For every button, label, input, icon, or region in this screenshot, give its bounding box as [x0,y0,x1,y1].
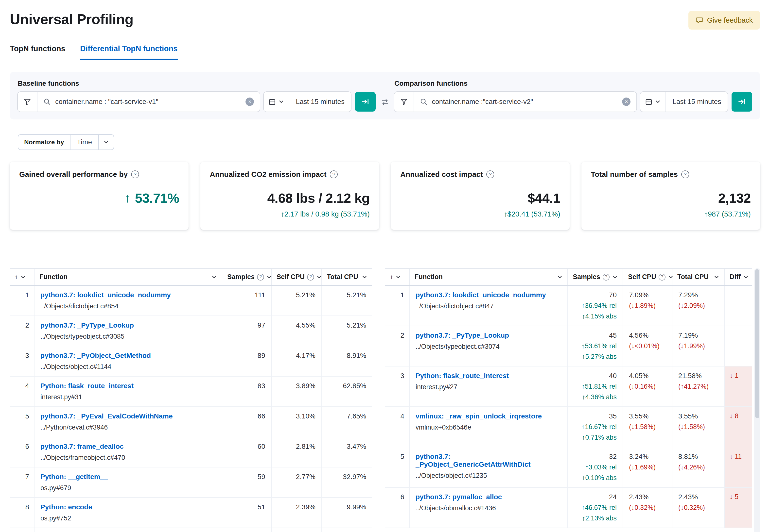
total-cpu-value: 8.81% [678,453,718,461]
question-in-circle-icon[interactable]: ? [330,170,338,178]
page-title: Universal Profiling [10,11,133,27]
function-link[interactable]: python3.7: pymalloc_alloc [416,493,502,501]
chevron-down-icon [714,274,719,280]
function-cell: python3.7: _PyType_Lookup ../Objects/typ… [410,326,568,366]
scrollbar-thumb[interactable] [755,269,759,418]
function-link[interactable]: Python: flask_route_interest [416,372,509,380]
table-row: 4 Python: flask_route_interest interest.… [10,377,372,407]
table-row: 8 Python: encode os.py#752 51 2.39% 9.99… [10,498,372,528]
clear-query-button[interactable]: × [245,98,254,106]
total-cpu-cell: 5.21% [322,316,372,346]
arrow-down-icon: ↓ [730,412,733,420]
function-link[interactable]: Python: __getitem__ [40,473,108,481]
chevron-down-icon [743,274,749,280]
table-row: 5 python3.7: _PyObject_GenericGetAttrWit… [385,447,752,488]
arrow-to-bar-icon [361,98,369,106]
tab-differential-topn-functions[interactable]: Differential TopN functions [80,44,178,60]
date-quick-select-button[interactable] [264,92,289,112]
question-in-circle-icon: ? [659,274,666,281]
function-cell: python3.7: lookdict_unicode_nodummy ../O… [410,286,568,326]
self-cpu-cell: 2.43% (↓0.32%) [623,488,672,528]
date-quick-select-button[interactable] [640,92,666,112]
function-link[interactable]: Python: encode [40,503,92,511]
clear-query-button[interactable]: × [622,98,631,106]
function-link[interactable]: python3.7: _PyType_Lookup [40,321,134,329]
rank-column-header[interactable]: ↑ [385,269,410,285]
self-cpu-delta: (↓0.16%) [629,383,666,390]
card-cost-impact: Annualized cost impact ? $44.1 ↑$20.41 (… [391,162,570,230]
comparison-apply-button[interactable] [732,92,752,112]
samples-cell: 83 [222,377,272,406]
self-cpu-cell: 4.17% [272,346,322,376]
rank-cell: 2 [10,316,34,346]
function-link[interactable]: python3.7: frame_dealloc [40,443,124,450]
baseline-time-range-button[interactable]: Last 15 minutes [289,92,351,112]
tab-bar: TopN functions Differential TopN functio… [10,44,760,60]
filters-panel: Baseline functions container.name : "car… [10,72,760,119]
function-link[interactable]: python3.7: lookdict_unicode_nodummy [40,291,171,299]
total-cpu-cell: 9.99% [322,498,372,528]
function-link[interactable]: python3.7: _PyType_Lookup [416,332,509,339]
comparison-time-range-button[interactable]: Last 15 minutes [666,92,728,112]
self-cpu-value: 7.09% [629,291,666,299]
swap-comparison-icon[interactable] [379,98,391,106]
rank-column-header[interactable]: ↑ [10,269,34,285]
give-feedback-button[interactable]: Give feedback [688,11,760,30]
function-link[interactable]: python3.7: _PyEval_EvalCodeWithName [40,412,173,420]
filter-button[interactable] [395,92,414,112]
function-source: ../Objects/object.c#1235 [416,472,562,480]
samples-cell: 40 ↑51.81% rel ↑4.36% abs [568,366,623,406]
total-samples-value: 2,132 [591,190,751,206]
diff-column-header[interactable]: Diff [725,269,752,285]
baseline-filter-group: Baseline functions container.name : "car… [18,80,375,112]
normalize-by-control[interactable]: Normalize by Time [18,134,114,150]
baseline-search-unit: container.name : "cart-service-v1" × [18,92,260,112]
function-cell: python3.7: _PyObject_GetMethod ../Object… [34,346,222,376]
question-in-circle-icon[interactable]: ? [486,170,494,178]
filter-button[interactable] [18,92,37,112]
card-title: Total number of samples [591,170,678,179]
function-link[interactable]: python3.7: _PyObject_GetMethod [40,352,151,359]
co2-impact-value: 4.68 lbs / 2.12 kg [210,190,370,206]
function-source: ../Python/ceval.c#3946 [40,424,216,431]
function-column-header[interactable]: Function [34,269,222,285]
self-cpu-column-header[interactable]: Self CPU ? [623,269,672,285]
baseline-query-input[interactable]: container.name : "cart-service-v1" × [37,92,260,112]
samples-column-header[interactable]: Samples ? [222,269,272,285]
samples-absolute-change: ↑2.13% abs [574,515,617,522]
comparison-query-input[interactable]: container.name :"cart-service-v2" × [414,92,636,112]
baseline-apply-button[interactable] [355,92,375,112]
chevron-down-icon [396,274,401,280]
normalize-by-value[interactable]: Time [70,135,99,150]
function-source: ../Objects/dictobject.c#847 [416,302,562,310]
samples-cell: 70 ↑36.94% rel ↑4.15% abs [568,286,623,326]
total-samples-delta: ↑987 (53.71%) [591,210,751,218]
chevron-down-icon[interactable] [99,135,114,150]
vertical-scrollbar[interactable] [754,268,760,532]
function-cell: Python: encode os.py#752 [34,498,222,528]
self-cpu-cell: 2.81% [272,437,322,467]
function-link[interactable]: Python: flask_route_interest [40,382,134,390]
function-link[interactable]: vmlinux: _raw_spin_unlock_irqrestore [416,412,542,420]
rank-cell: 1 [385,286,410,326]
tab-topn-functions[interactable]: TopN functions [10,44,65,60]
self-cpu-column-header[interactable]: Self CPU ? [272,269,322,285]
rank-cell: 3 [385,366,410,406]
samples-cell: 66 [222,407,272,437]
question-in-circle-icon[interactable]: ? [131,170,139,178]
total-cpu-column-header[interactable]: Total CPU [322,269,372,285]
total-cpu-column-header[interactable]: Total CPU [672,269,725,285]
function-column-header[interactable]: Function [410,269,568,285]
function-link[interactable]: python3.7: lookdict_unicode_nodummy [416,291,546,299]
function-link[interactable]: python3.7: _PyObject_GenericGetAttrWithD… [416,453,531,468]
samples-column-header[interactable]: Samples ? [568,269,623,285]
search-icon [43,98,51,105]
chevron-down-icon [20,274,26,280]
self-cpu-delta: (↓0.32%) [629,504,666,512]
self-cpu-value: 3.24% [629,453,666,461]
question-in-circle-icon[interactable]: ? [681,170,689,178]
top-bar: Universal Profiling Give feedback [10,0,760,30]
comparison-filter-group: Comparison functions container.name :"ca… [395,80,752,112]
function-source: interest.py#31 [40,393,216,401]
samples-cell: 89 [222,346,272,376]
